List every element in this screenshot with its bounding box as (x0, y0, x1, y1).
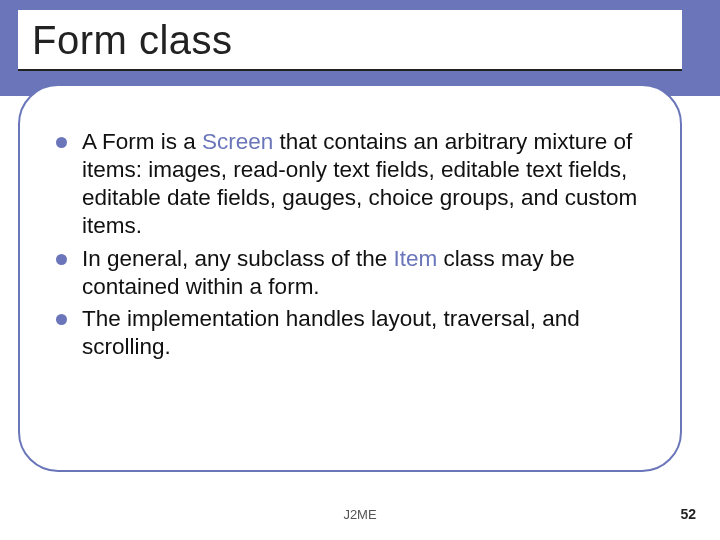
bullet-text-pre: The implementation handles layout, trave… (82, 306, 580, 359)
bullet-keyword: Screen (202, 129, 273, 154)
slide-title: Form class (32, 18, 670, 63)
bullet-text-pre: A Form is a (82, 129, 202, 154)
list-item: The implementation handles layout, trave… (54, 305, 646, 361)
slide-number: 52 (680, 506, 696, 522)
title-box: Form class (18, 10, 682, 71)
bullet-keyword: Item (393, 246, 437, 271)
content-card: A Form is a Screen that contains an arbi… (18, 84, 682, 472)
list-item: A Form is a Screen that contains an arbi… (54, 128, 646, 241)
bullet-text-pre: In general, any subclass of the (82, 246, 393, 271)
bullet-list: A Form is a Screen that contains an arbi… (54, 128, 646, 361)
footer-center-text: J2ME (0, 507, 720, 522)
list-item: In general, any subclass of the Item cla… (54, 245, 646, 301)
